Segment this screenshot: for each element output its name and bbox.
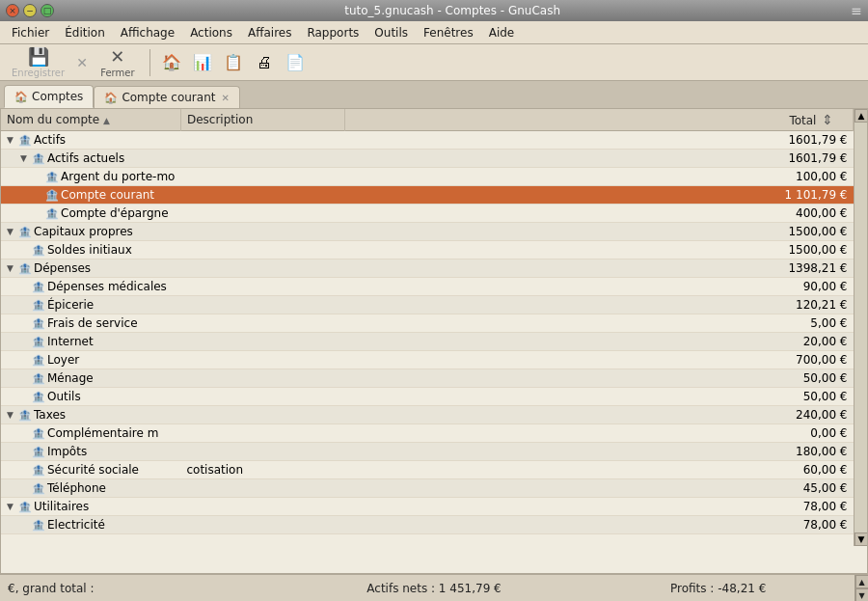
tab-label-0: Comptes [32, 90, 83, 103]
scroll-down-button[interactable]: ▼ [854, 533, 868, 546]
chart-button[interactable]: 📄 [282, 49, 309, 76]
collapse-arrow-7[interactable]: ▼ [7, 263, 16, 273]
table-row[interactable]: 🏦Internet20,00 € [1, 333, 854, 351]
cell-total-21: 78,00 € [344, 516, 853, 534]
cell-desc-16 [180, 424, 344, 443]
table-row[interactable]: ▼🏦Actifs1601,79 € [1, 131, 854, 150]
menu-item-affaires[interactable]: Affaires [240, 24, 299, 41]
titlebar: × − □ tuto_5.gnucash - Comptes - GnuCash… [0, 0, 868, 21]
table-row[interactable]: 🏦Épicerie120,21 € [1, 296, 854, 314]
collapse-arrow-0[interactable]: ▼ [7, 135, 16, 145]
col-header-desc[interactable]: Description [180, 109, 344, 131]
account-icon-18: 🏦 [32, 464, 45, 477]
menu-item-aide[interactable]: Aide [481, 24, 523, 41]
report-button[interactable]: 📋 [220, 49, 247, 76]
statusbar-grandtotal: €, grand total : [8, 582, 292, 595]
table-row[interactable]: 🏦Ménage50,00 € [1, 369, 854, 388]
save-icon: 💾 [28, 46, 49, 67]
table-row[interactable]: 🏦Téléphone45,00 € [1, 479, 854, 498]
table-row[interactable]: 🏦Outils50,00 € [1, 388, 854, 406]
table-row[interactable]: ▼🏦Utilitaires78,00 € [1, 498, 854, 516]
account-name-text-19: Téléphone [47, 481, 106, 495]
cell-total-1: 1601,79 € [344, 150, 853, 168]
tab-close-1[interactable]: ✕ [221, 93, 229, 103]
cell-name-14: 🏦Outils [1, 388, 180, 406]
menu-item-fichier[interactable]: Fichier [4, 24, 57, 41]
cell-total-8: 90,00 € [344, 278, 853, 296]
cell-name-11: 🏦Internet [1, 333, 180, 351]
cell-name-17: 🏦Impôts [1, 443, 180, 461]
collapse-arrow-1[interactable]: ▼ [20, 153, 30, 163]
statusbar-scrollbar[interactable]: ▲ ▼ [854, 575, 868, 601]
menu-item-dition[interactable]: Édition [57, 24, 113, 41]
collapse-arrow-15[interactable]: ▼ [7, 410, 16, 420]
tab-1[interactable]: 🏠Compte courant✕ [94, 86, 239, 108]
cell-name-15: ▼🏦Taxes [1, 406, 180, 424]
menu-icon[interactable]: ≡ [851, 3, 862, 18]
statusbar-scroll-down[interactable]: ▼ [855, 588, 869, 601]
scroll-sort-icon[interactable]: ⇕ [822, 112, 833, 127]
close-button[interactable]: × [6, 4, 19, 17]
menu-item-fentres[interactable]: Fenêtres [416, 24, 481, 41]
print-button[interactable]: 🖨 [251, 49, 278, 76]
cell-total-3: 1 101,79 € [344, 186, 853, 205]
table-row[interactable]: ▼🏦Taxes240,00 € [1, 406, 854, 424]
account-icon-13: 🏦 [32, 372, 45, 385]
minimize-button[interactable]: − [23, 4, 37, 17]
cell-total-6: 1500,00 € [344, 241, 853, 260]
table-row[interactable]: ▼🏦Dépenses1398,21 € [1, 260, 854, 278]
table-row[interactable]: 🏦Electricité78,00 € [1, 516, 854, 534]
cell-desc-17 [180, 443, 344, 461]
sort-icon: ▲ [103, 116, 110, 125]
enregistrer-button[interactable]: 💾 Enregistrer [6, 44, 70, 80]
fermer-button[interactable]: ✕ Fermer [94, 44, 142, 80]
tab-icon-1: 🏠 [104, 92, 118, 104]
cell-name-20: ▼🏦Utilitaires [1, 498, 180, 516]
account-name-text-21: Electricité [47, 518, 105, 532]
collapse-arrow-5[interactable]: ▼ [7, 227, 16, 236]
collapse-arrow-20[interactable]: ▼ [7, 502, 16, 511]
account-icon-10: 🏦 [32, 317, 45, 330]
table-row[interactable]: 🏦Loyer700,00 € [1, 351, 854, 369]
menu-item-affichage[interactable]: Affichage [113, 24, 182, 41]
table-row[interactable]: 🏦Compte d'épargne400,00 € [1, 205, 854, 223]
maximize-button[interactable]: □ [41, 4, 54, 17]
table-row[interactable]: 🏦Dépenses médicales90,00 € [1, 278, 854, 296]
window-controls[interactable]: × − □ [6, 4, 54, 17]
table-row[interactable]: ▼🏦Capitaux propres1500,00 € [1, 223, 854, 241]
table-row[interactable]: 🏦Compte courant1 101,79 € [1, 186, 854, 205]
account-name-text-14: Outils [47, 390, 81, 403]
table-row[interactable]: ▼🏦Actifs actuels1601,79 € [1, 150, 854, 168]
cell-name-16: 🏦Complémentaire m [1, 424, 180, 443]
account-name-text-9: Épicerie [47, 298, 94, 312]
table-row[interactable]: 🏦Impôts180,00 € [1, 443, 854, 461]
home-button[interactable]: 🏠 [158, 49, 185, 76]
account-name-text-4: Compte d'épargne [61, 206, 169, 220]
tab-0[interactable]: 🏠Comptes [4, 85, 94, 108]
table-row[interactable]: 🏦Sécurité socialecotisation60,00 € [1, 461, 854, 479]
statusbar-netassets: Actifs nets : 1 451,79 € [292, 582, 577, 595]
cell-name-2: 🏦Argent du porte-mo [1, 168, 180, 186]
scrollbar[interactable]: ▲ ▼ [854, 109, 867, 546]
menu-item-rapports[interactable]: Rapports [299, 24, 366, 41]
menu-item-actions[interactable]: Actions [182, 24, 240, 41]
window-title: tuto_5.gnucash - Comptes - GnuCash [54, 4, 851, 17]
col-header-name[interactable]: Nom du compte ▲ [1, 109, 180, 131]
scroll-up-button[interactable]: ▲ [854, 109, 868, 123]
table-row[interactable]: 🏦Soldes initiaux1500,00 € [1, 241, 854, 260]
table-row[interactable]: 🏦Complémentaire m0,00 € [1, 424, 854, 443]
tab-icon-0: 🏠 [14, 91, 28, 103]
account-name-text-11: Internet [47, 335, 94, 348]
account-name-text-0: Actifs [34, 133, 66, 147]
menu-item-outils[interactable]: Outils [366, 24, 416, 41]
cell-name-6: 🏦Soldes initiaux [1, 241, 180, 260]
table-row[interactable]: 🏦Argent du porte-mo100,00 € [1, 168, 854, 186]
register-button[interactable]: 📊 [189, 49, 216, 76]
table-row[interactable]: 🏦Frais de service5,00 € [1, 314, 854, 333]
statusbar-scroll-up[interactable]: ▲ [855, 575, 869, 588]
account-icon-9: 🏦 [32, 299, 45, 312]
cell-total-14: 50,00 € [344, 388, 853, 406]
account-name-text-2: Argent du porte-mo [61, 170, 175, 183]
col-header-total[interactable]: Total ⇕ [344, 109, 853, 131]
cell-name-19: 🏦Téléphone [1, 479, 180, 498]
